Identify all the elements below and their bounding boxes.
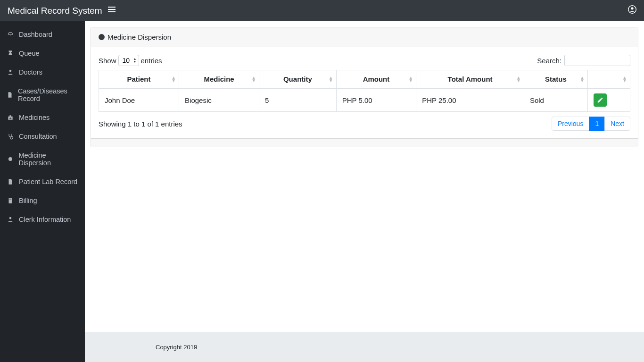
file-icon — [7, 92, 13, 98]
cell-quantity: 5 — [259, 88, 337, 112]
sort-icon: ▲▼ — [408, 76, 413, 82]
table-row: John Doe Biogesic 5 PHP 5.00 PHP 25.00 S… — [99, 88, 630, 112]
sidebar-item-medicine-dispersion[interactable]: Medicine Dispersion — [0, 146, 85, 172]
briefcase-medical-icon — [7, 114, 14, 121]
bars-icon — [108, 6, 116, 13]
sidebar-item-label: Doctors — [19, 68, 42, 76]
sidebar-item-label: Billing — [19, 197, 37, 204]
sort-icon: ▲▼ — [171, 76, 176, 82]
dashboard-icon — [7, 31, 14, 38]
svg-point-4 — [631, 7, 633, 9]
col-quantity[interactable]: Quantity▲▼ — [259, 70, 337, 89]
sort-icon: ▲▼ — [251, 76, 256, 82]
sidebar-item-queue[interactable]: Queue — [0, 44, 85, 63]
sidebar-item-dashboard[interactable]: Dashboard — [0, 25, 85, 44]
pagination: Previous 1 Next — [552, 117, 630, 131]
svg-point-7 — [8, 157, 12, 161]
svg-rect-2 — [108, 11, 116, 12]
sidebar-item-label: Queue — [19, 50, 40, 57]
dispersion-table: Patient▲▼ Medicine▲▼ Quantity▲▼ Amount▲▼… — [99, 70, 630, 112]
table-length-control: Show 10 ▲▼ entries — [99, 55, 162, 66]
sidebar-item-label: Medicines — [19, 114, 50, 121]
main-card: Medicine Dispersion Show 10 ▲▼ — [91, 27, 638, 147]
col-patient[interactable]: Patient▲▼ — [99, 70, 179, 89]
user-circle-icon — [628, 5, 636, 14]
sidebar-item-label: Clerk Information — [19, 216, 71, 223]
sidebar-item-clerk[interactable]: Clerk Information — [0, 210, 85, 229]
svg-rect-8 — [9, 199, 12, 199]
svg-rect-9 — [9, 200, 12, 200]
user-menu-button[interactable] — [628, 5, 636, 16]
cell-medicine: Biogesic — [179, 88, 259, 112]
content-area: Medicine Dispersion Show 10 ▲▼ — [85, 21, 644, 362]
stethoscope-icon — [7, 133, 14, 140]
edit-button[interactable] — [594, 93, 607, 107]
user-icon — [7, 216, 14, 223]
copyright-text: Copyright 2019 — [156, 344, 197, 351]
sort-icon: ▲▼ — [622, 76, 627, 82]
file-invoice-icon — [7, 197, 14, 204]
sidebar-item-label: Medicine Dispersion — [19, 152, 79, 167]
table-info: Showing 1 to 1 of 1 entries — [99, 120, 182, 128]
page-previous[interactable]: Previous — [552, 117, 589, 131]
page-next[interactable]: Next — [604, 117, 630, 131]
page-title: Medicine Dispersion — [107, 33, 171, 41]
cell-total-amount: PHP 25.00 — [416, 88, 524, 112]
col-total-amount[interactable]: Total Amount▲▼ — [416, 70, 524, 89]
svg-point-6 — [12, 136, 13, 137]
sidebar-item-label: Dashboard — [19, 31, 52, 38]
sidebar-item-cases[interactable]: Cases/Diseases Record — [0, 82, 85, 108]
sidebar-item-label: Cases/Diseases Record — [18, 87, 78, 102]
app-brand[interactable]: Medical Record System — [8, 6, 102, 16]
sidebar-item-label: Consultation — [19, 133, 57, 140]
cell-status: Sold — [524, 88, 587, 112]
search-label: Search: — [537, 57, 561, 65]
col-actions[interactable]: ▲▼ — [588, 70, 630, 89]
sidebar: Dashboard Queue Doctors Cases/Diseases R… — [0, 21, 85, 362]
circle-icon — [99, 34, 105, 40]
page-footer: Copyright 2019 — [85, 332, 644, 362]
svg-rect-0 — [108, 7, 116, 8]
col-medicine[interactable]: Medicine▲▼ — [179, 70, 259, 89]
page-1[interactable]: 1 — [589, 117, 605, 131]
col-amount[interactable]: Amount▲▼ — [336, 70, 416, 89]
sidebar-item-medicines[interactable]: Medicines — [0, 108, 85, 127]
svg-rect-1 — [108, 9, 116, 10]
sort-icon: ▲▼ — [580, 76, 585, 82]
sort-icon: ▲▼ — [329, 76, 333, 82]
table-search-control: Search: — [537, 55, 630, 66]
user-md-icon — [7, 69, 14, 76]
svg-point-5 — [9, 70, 12, 72]
show-label: Show — [99, 57, 116, 65]
sidebar-item-billing[interactable]: Billing — [0, 191, 85, 210]
sidebar-item-patient-lab[interactable]: Patient Lab Record — [0, 172, 85, 191]
entries-select[interactable]: 10 — [118, 55, 139, 66]
sidebar-item-label: Patient Lab Record — [19, 178, 77, 185]
cell-patient: John Doe — [99, 88, 179, 112]
hourglass-icon — [7, 50, 14, 57]
pencil-icon — [597, 97, 603, 103]
entries-label: entries — [141, 57, 162, 65]
search-input[interactable] — [564, 55, 630, 66]
col-status[interactable]: Status▲▼ — [524, 70, 587, 89]
sidebar-item-doctors[interactable]: Doctors — [0, 63, 85, 82]
sort-icon: ▲▼ — [516, 76, 521, 82]
cell-amount: PHP 5.00 — [336, 88, 416, 112]
cell-actions — [588, 88, 630, 112]
top-navbar: Medical Record System — [0, 0, 644, 21]
sidebar-item-consultation[interactable]: Consultation — [0, 127, 85, 146]
sidebar-toggle-button[interactable] — [104, 6, 119, 16]
circle-icon — [7, 156, 14, 162]
card-footer — [91, 138, 638, 147]
svg-point-10 — [9, 217, 12, 219]
file-icon — [7, 178, 14, 185]
card-header: Medicine Dispersion — [91, 27, 638, 47]
